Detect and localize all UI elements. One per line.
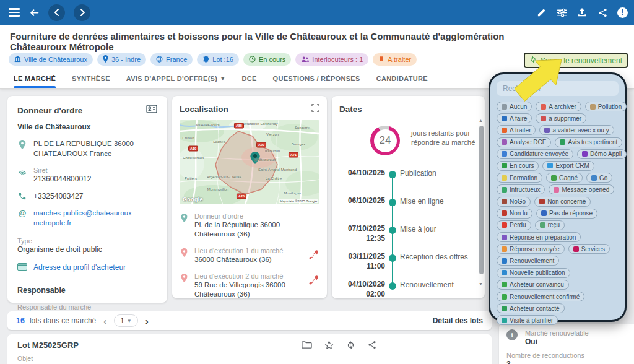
- tab-questions-reponses[interactable]: QUESTIONS / RÉPONSES: [273, 69, 360, 88]
- upload-icon[interactable]: [576, 7, 588, 18]
- days-remaining-widget: 24 jours restants pour répondre au march…: [370, 126, 476, 155]
- tag-chip[interactable]: Analyse DCE: [497, 137, 551, 147]
- tag-chip[interactable]: A traiter: [497, 125, 536, 135]
- tab-synthese[interactable]: SYNTHÈSE: [72, 69, 110, 88]
- folder-icon[interactable]: [302, 340, 312, 350]
- tag-label: Gagné: [559, 175, 578, 181]
- timeline-time: 12:35: [332, 234, 385, 244]
- page-prev-chevron[interactable]: ‹: [101, 316, 109, 326]
- chip-buyer[interactable]: Ville de Châteauroux: [9, 53, 93, 66]
- scrollbar-thumb[interactable]: [479, 126, 484, 274]
- tag-chip[interactable]: Perdu: [497, 220, 531, 230]
- tag-chip[interactable]: Démo Appli: [577, 149, 627, 159]
- tag-chip[interactable]: Aucun: [497, 102, 532, 111]
- tag-label: Perdu: [510, 222, 526, 228]
- tag-chip[interactable]: Non lu: [497, 209, 532, 219]
- scroll-down-arrow[interactable]: ▼: [479, 282, 483, 286]
- prev-record-button[interactable]: [48, 4, 65, 21]
- localisation-card: Localisation: [172, 96, 327, 298]
- lots-count: 16: [16, 316, 25, 325]
- star-icon[interactable]: [324, 340, 334, 350]
- tag-chip[interactable]: En cours: [497, 161, 539, 171]
- refresh-icon[interactable]: [346, 340, 355, 350]
- chip-a-traiter[interactable]: A traiter: [373, 53, 417, 66]
- tag-chip[interactable]: Infructueux: [497, 184, 545, 194]
- tag-chip[interactable]: Acheteur convaincu: [497, 280, 569, 290]
- map-city: Poitiers: [185, 176, 197, 180]
- reconductions-value: 3: [506, 360, 627, 364]
- tag-chip[interactable]: Go: [586, 173, 612, 183]
- share-icon[interactable]: [368, 340, 376, 350]
- tag-chip[interactable]: Gagné: [546, 173, 583, 183]
- tag-chip[interactable]: A faire: [497, 113, 532, 123]
- fullscreen-icon[interactable]: [311, 103, 319, 115]
- tag-chip[interactable]: Non concerné: [534, 197, 591, 207]
- mail-icon: [502, 151, 507, 157]
- chart-icon: [502, 139, 507, 145]
- mail-icon: [502, 210, 507, 216]
- tag-chip[interactable]: Visite à planifier: [497, 315, 558, 325]
- tag-chip[interactable]: Renouvellement: [497, 256, 559, 266]
- tab-dce[interactable]: DCE: [241, 69, 256, 88]
- filter-sliders-icon[interactable]: [556, 7, 567, 18]
- route-icon[interactable]: [308, 247, 319, 262]
- tag-chip[interactable]: Nouvelle publication: [497, 268, 570, 278]
- timeline-dot: [389, 282, 396, 290]
- tag-chip[interactable]: Acheteur contacté: [497, 303, 565, 313]
- info-icon[interactable]: !: [617, 7, 628, 18]
- chip-country[interactable]: France: [150, 53, 193, 66]
- lots-detail-label[interactable]: Détail des lots: [433, 316, 483, 325]
- tag-chip[interactable]: Pollution: [585, 102, 627, 111]
- back-arrow-icon[interactable]: [28, 7, 40, 18]
- tab-avis-appel-offres[interactable]: AVIS D'APPEL D'OFFRE(S)▼: [126, 69, 226, 88]
- share-icon[interactable]: [597, 7, 608, 18]
- chip-lots[interactable]: Lot :16: [197, 53, 239, 66]
- buyer-profile-link[interactable]: Adresse du profil d'acheteur: [33, 262, 126, 272]
- tab-le-marche[interactable]: LE MARCHÉ: [14, 69, 56, 88]
- page-select[interactable]: 1▼: [114, 314, 137, 327]
- tag-label: Renouvellement confirmé: [510, 293, 580, 300]
- tag-chip[interactable]: Renouvellement confirmé: [497, 292, 584, 301]
- tag-chip[interactable]: Formation: [497, 173, 542, 183]
- tag-chip[interactable]: Réponse en préparation: [497, 232, 581, 242]
- follow-renewal-label: Suivre le renouvellement: [541, 56, 622, 65]
- tag-row: Réponse en préparation: [497, 232, 619, 242]
- tag-chip[interactable]: Export CRM: [542, 161, 594, 171]
- page-next-chevron[interactable]: ›: [143, 316, 151, 326]
- tab-candidature[interactable]: CANDIDATURE: [376, 69, 428, 88]
- tag-chip[interactable]: Message opened: [549, 184, 614, 194]
- scroll-up-arrow[interactable]: ▲: [479, 118, 483, 123]
- tag-chip[interactable]: reçu: [535, 220, 565, 230]
- chip-department[interactable]: 36 - Indre: [97, 53, 146, 66]
- responsable-label: Responsable du marché: [17, 303, 157, 311]
- menu-icon[interactable]: [9, 8, 20, 16]
- timeline-time: 02:00: [332, 290, 385, 298]
- tag-chip[interactable]: a valider avec x ou y: [539, 125, 614, 135]
- tag-label: Non lu: [510, 210, 528, 217]
- email-link[interactable]: marches-publics@chateauroux-metropole.fr: [33, 209, 157, 228]
- follow-renewal-button[interactable]: Suivre le renouvellement: [524, 53, 628, 68]
- tag-chip[interactable]: Candidature envoyée: [497, 149, 573, 159]
- tag-chip[interactable]: Pas de réponse: [536, 209, 597, 219]
- renewal-info-card: i Marché renouvelable Oui Nombre de reco…: [499, 324, 634, 364]
- tag-chip[interactable]: Réponse envoyée: [497, 244, 565, 254]
- tag-search-input[interactable]: [497, 81, 619, 96]
- next-record-button[interactable]: [74, 4, 90, 21]
- tag-label: A traiter: [510, 127, 531, 134]
- tag-chip[interactable]: Services: [568, 244, 610, 254]
- contact-card-icon[interactable]: [146, 105, 157, 116]
- edit-pen-icon[interactable]: [536, 7, 547, 18]
- map[interactable]: Joué-lès-ToursRomorantin-LanthenaySancer…: [180, 120, 319, 204]
- tag-rows: AucunA archiverPollutionA fairea supprim…: [497, 102, 619, 325]
- tag-label: Export CRM: [555, 162, 589, 169]
- tag-row: Renouvellement: [497, 256, 619, 266]
- route-icon[interactable]: [308, 272, 319, 288]
- tag-chip[interactable]: NoGo: [497, 197, 531, 207]
- tag-chip[interactable]: a supprimer: [536, 113, 586, 123]
- tag-chip[interactable]: A archiver: [536, 102, 581, 111]
- chip-interlocuteurs[interactable]: Interlocuteurs : 1: [295, 53, 368, 66]
- tag-chip[interactable]: Avis tres pertinent: [555, 137, 622, 147]
- chip-status[interactable]: En cours: [243, 53, 291, 66]
- timeline-label: Réception des offres: [400, 252, 473, 261]
- buyer-name: Ville de Châteauroux: [17, 123, 157, 131]
